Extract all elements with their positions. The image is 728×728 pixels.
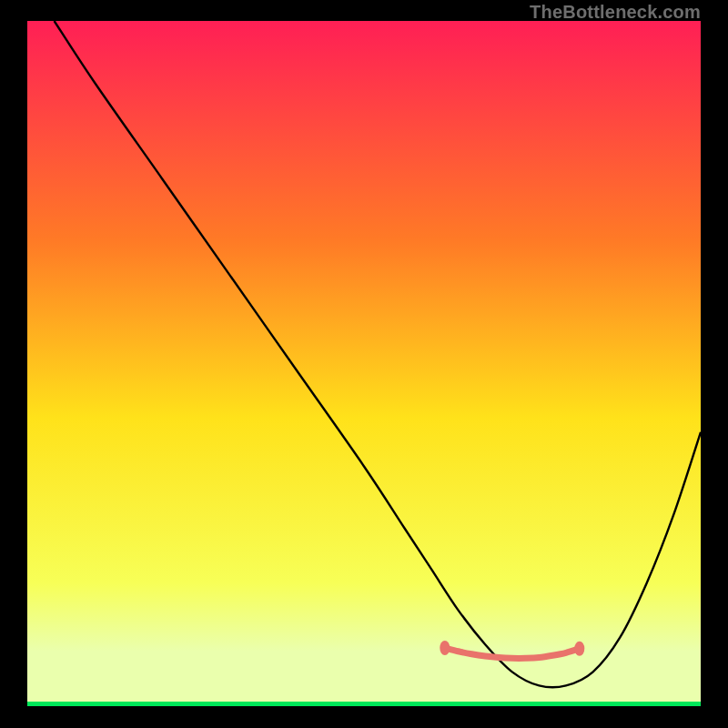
baseline-green (27, 702, 701, 706)
chart-svg (27, 21, 701, 706)
highlight-end-dot (440, 641, 450, 655)
highlight-end-dot (574, 642, 584, 656)
chart-frame: TheBottleneck.com (0, 0, 728, 728)
watermark-text: TheBottleneck.com (530, 2, 701, 23)
gradient-background (27, 21, 701, 706)
plot-area (27, 21, 701, 706)
